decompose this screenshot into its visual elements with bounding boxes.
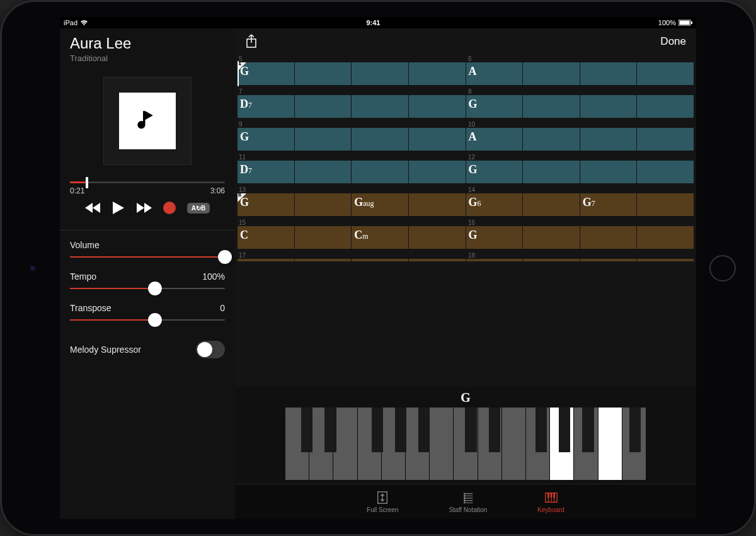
play-button[interactable]: [113, 202, 124, 214]
measure-number: 8: [467, 88, 694, 95]
chord-row[interactable]: GAA: [238, 62, 694, 85]
beat-cell[interactable]: [352, 95, 408, 118]
beat-cell[interactable]: G: [466, 226, 523, 249]
beat-cell[interactable]: [637, 193, 694, 216]
tab-staff-notation[interactable]: Staff Notation: [449, 491, 487, 513]
beat-cell[interactable]: [580, 259, 637, 261]
beat-cell[interactable]: [466, 259, 523, 261]
record-button[interactable]: [163, 202, 176, 214]
white-key[interactable]: [309, 408, 333, 480]
beat-cell[interactable]: [295, 259, 352, 261]
chord-row[interactable]: D7G: [238, 161, 694, 183]
beat-cell[interactable]: [295, 161, 352, 183]
beat-cell[interactable]: G: [466, 95, 523, 118]
playhead[interactable]: [238, 61, 239, 86]
beat-cell[interactable]: G: [466, 161, 523, 183]
beat-cell[interactable]: [409, 128, 466, 151]
beat-cell[interactable]: [580, 161, 637, 183]
piano-keyboard[interactable]: [285, 408, 646, 480]
home-button[interactable]: [709, 255, 736, 282]
beat-cell[interactable]: [295, 95, 352, 118]
tab-full-screen[interactable]: Full Screen: [367, 491, 399, 513]
share-button[interactable]: [245, 34, 258, 49]
melody-suppressor-toggle[interactable]: [196, 341, 225, 358]
beat-cell[interactable]: [409, 161, 466, 183]
beat-cell[interactable]: [409, 62, 466, 85]
chord-row[interactable]: [238, 259, 694, 261]
beat-cell[interactable]: [409, 259, 466, 261]
beat-cell[interactable]: [238, 259, 294, 261]
beat-cell[interactable]: [580, 226, 637, 249]
chord-row[interactable]: CCmG: [238, 226, 694, 249]
white-key[interactable]: [358, 408, 381, 480]
beat-cell[interactable]: [409, 226, 466, 249]
white-key[interactable]: [598, 408, 622, 480]
white-key[interactable]: [502, 408, 525, 480]
white-key[interactable]: [406, 408, 429, 480]
white-key[interactable]: [285, 408, 309, 480]
beat-cell[interactable]: [523, 161, 580, 183]
chord-row[interactable]: D7G: [238, 95, 694, 118]
beat-cell[interactable]: [580, 128, 637, 151]
white-key[interactable]: [526, 408, 549, 480]
rewind-button[interactable]: [85, 202, 101, 214]
chord-row[interactable]: GA: [238, 128, 694, 151]
white-key[interactable]: [478, 408, 501, 480]
beat-cell[interactable]: [352, 161, 408, 183]
beat-cell[interactable]: [523, 259, 580, 261]
beat-cell[interactable]: D7: [238, 161, 294, 183]
white-key[interactable]: [550, 408, 573, 480]
beat-cell[interactable]: GA: [238, 62, 294, 85]
chord-track[interactable]: 56GAA78D7G910GA1112D7G1314GBGaugG6G71516…: [235, 55, 696, 387]
beat-cell[interactable]: [295, 193, 352, 216]
volume-slider[interactable]: Volume: [70, 240, 225, 258]
beat-cell[interactable]: [580, 62, 637, 85]
beat-cell[interactable]: [637, 95, 694, 118]
beat-cell[interactable]: D7: [238, 95, 294, 118]
tab-keyboard[interactable]: Keyboard: [537, 491, 564, 513]
playback-progress[interactable]: 0:21 3:06: [70, 181, 225, 195]
beat-cell[interactable]: [580, 95, 637, 118]
white-key[interactable]: [333, 408, 357, 480]
beat-cell[interactable]: [295, 128, 352, 151]
beat-cell[interactable]: [523, 95, 580, 118]
beat-cell[interactable]: Cm: [352, 226, 408, 249]
beat-cell[interactable]: [637, 226, 694, 249]
transpose-slider[interactable]: Transpose 0: [70, 303, 225, 321]
beat-cell[interactable]: [523, 193, 580, 216]
beat-cell[interactable]: [409, 95, 466, 118]
chord-label: A: [469, 65, 477, 78]
beat-cell[interactable]: [637, 161, 694, 183]
beat-cell[interactable]: Gaug: [352, 193, 408, 216]
white-key[interactable]: [622, 408, 646, 480]
beat-cell[interactable]: G6: [466, 193, 523, 216]
beat-cell[interactable]: [523, 128, 580, 151]
album-art[interactable]: [103, 77, 192, 165]
beat-cell[interactable]: [637, 259, 694, 261]
beat-cell[interactable]: G: [238, 128, 294, 151]
white-key[interactable]: [574, 408, 597, 480]
beat-cell[interactable]: [295, 62, 352, 85]
ab-loop-button[interactable]: A↻B: [187, 203, 210, 214]
beat-cell[interactable]: [409, 193, 466, 216]
beat-cell[interactable]: [352, 259, 408, 261]
chord-row[interactable]: GBGaugG6G7: [238, 193, 694, 216]
beat-cell[interactable]: [352, 128, 408, 151]
done-button[interactable]: Done: [660, 35, 686, 48]
beat-cell[interactable]: GB: [238, 193, 294, 216]
beat-cell[interactable]: [523, 62, 580, 85]
beat-cell[interactable]: [637, 62, 694, 85]
beat-cell[interactable]: [637, 128, 694, 151]
white-key[interactable]: [382, 408, 405, 480]
beat-cell[interactable]: A: [466, 62, 523, 85]
white-key[interactable]: [454, 408, 477, 480]
tempo-slider[interactable]: Tempo 100%: [70, 271, 225, 289]
white-key[interactable]: [430, 408, 453, 480]
beat-cell[interactable]: [352, 62, 408, 85]
beat-cell[interactable]: [523, 226, 580, 249]
beat-cell[interactable]: G7: [580, 193, 637, 216]
beat-cell[interactable]: [295, 226, 352, 249]
fast-forward-button[interactable]: [135, 202, 152, 214]
beat-cell[interactable]: A: [466, 128, 523, 151]
beat-cell[interactable]: C: [238, 226, 294, 249]
